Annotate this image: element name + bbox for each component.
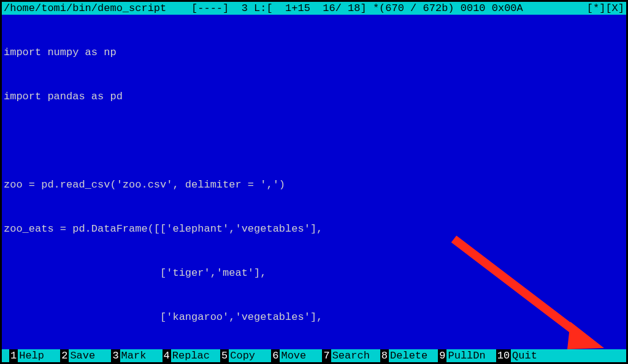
window-controls[interactable]: [*][X] <box>587 2 624 14</box>
code-line: import numpy as np <box>4 45 624 60</box>
code-line: zoo = pd.read_csv('zoo.csv', delimiter =… <box>4 178 624 192</box>
editor-container: /home/tomi/bin/demo_script [----] 3 L:[ … <box>2 2 626 362</box>
fkey-save[interactable]: 2Save <box>60 349 102 362</box>
title-bar: /home/tomi/bin/demo_script [----] 3 L:[ … <box>2 2 626 15</box>
fkey-move[interactable]: 6Move <box>271 349 313 362</box>
fkey-delete[interactable]: 8Delete <box>380 349 429 362</box>
fkey-search[interactable]: 7Search <box>322 349 370 362</box>
fkey-pulldn[interactable]: 9PullDn <box>438 349 486 362</box>
function-key-bar: 1Help 2Save 3Mark 4Replac 5Copy 6Move 7S… <box>2 349 626 362</box>
code-line: ['kangaroo','vegetables'], <box>4 310 624 325</box>
code-line: zoo_eats = pd.DataFrame([['elephant','ve… <box>4 222 624 237</box>
fkey-mark[interactable]: 3Mark <box>111 349 153 362</box>
fkey-replace[interactable]: 4Replac <box>163 349 211 362</box>
code-line: ['tiger','meat'], <box>4 266 624 281</box>
fkey-quit[interactable]: 10Quit <box>496 349 544 362</box>
file-path: /home/tomi/bin/demo_script <box>4 2 166 14</box>
code-line <box>4 134 624 148</box>
fkey-help[interactable]: 1Help <box>9 349 51 362</box>
editor-textarea[interactable]: import numpy as np import pandas as pd z… <box>2 15 626 349</box>
fkey-copy[interactable]: 5Copy <box>220 349 262 362</box>
code-line: import pandas as pd <box>4 89 624 104</box>
status-info: [----] 3 L:[ 1+15 16/ 18] *(670 / 672b) … <box>191 2 523 14</box>
